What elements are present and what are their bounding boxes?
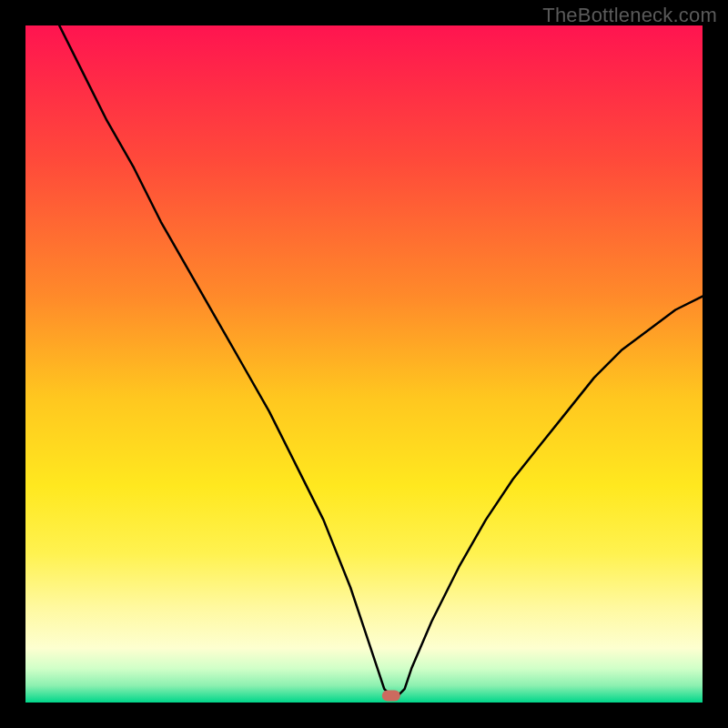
bottleneck-chart [25,25,703,703]
plot-background [25,25,703,703]
watermark-label: TheBottleneck.com [542,4,717,27]
chart-frame: TheBottleneck.com [0,0,728,728]
optimal-marker [382,691,400,702]
